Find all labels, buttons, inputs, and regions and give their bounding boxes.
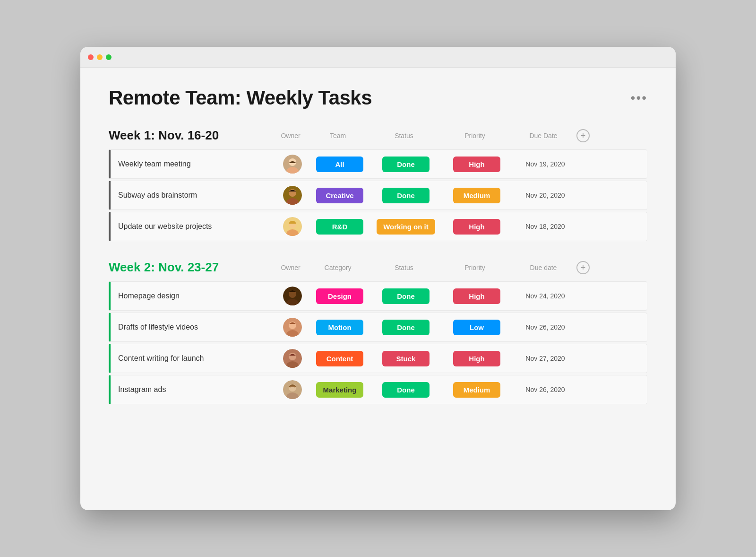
priority-badge: Medium	[453, 382, 500, 398]
cell-team: Creative	[309, 188, 370, 203]
category-badge: Content	[316, 351, 363, 366]
cell-team: All	[309, 157, 370, 172]
col-header-owner-w2: Owner	[274, 264, 307, 271]
cell-priority: High	[441, 288, 512, 304]
col-header-add-w2: +	[576, 261, 593, 274]
more-options-button[interactable]: •••	[631, 90, 647, 105]
cell-priority: High	[441, 157, 512, 172]
col-header-duedate-w2: Due date	[510, 264, 576, 271]
cell-duedate: Nov 26, 2020	[512, 386, 578, 393]
status-badge: Done	[382, 382, 430, 398]
priority-badge: High	[453, 157, 500, 172]
priority-badge: High	[453, 351, 500, 366]
cell-category: Motion	[309, 320, 370, 335]
cell-category: Marketing	[309, 382, 370, 398]
avatar	[283, 186, 302, 205]
task-cells: All Done High Nov 19, 2020	[271, 155, 647, 174]
page-header: Remote Team: Weekly Tasks •••	[109, 87, 647, 109]
titlebar	[80, 47, 676, 68]
week2-section: Week 2: Nov. 23-27 Owner Category Status…	[109, 260, 647, 404]
col-header-status-w1: Status	[369, 132, 439, 139]
cell-status: Done	[370, 288, 441, 304]
cell-priority: High	[441, 351, 512, 366]
cell-duedate: Nov 26, 2020	[512, 323, 578, 331]
svg-point-16	[289, 353, 296, 360]
task-cells: R&D Working on it High Nov 18, 2020	[271, 217, 647, 236]
category-badge: Motion	[316, 320, 363, 335]
cell-owner	[276, 217, 309, 236]
cell-category: Design	[309, 288, 370, 304]
cell-status: Done	[370, 382, 441, 398]
task-name: Homepage design	[111, 292, 271, 300]
team-badge: R&D	[316, 219, 363, 235]
table-row: Weekly team meeting Al	[109, 149, 647, 179]
category-badge: Marketing	[316, 382, 363, 398]
avatar	[283, 380, 302, 399]
table-row: Update our website projects	[109, 212, 647, 241]
cell-duedate: Nov 24, 2020	[512, 292, 578, 300]
cell-status: Working on it	[370, 219, 441, 235]
traffic-lights	[88, 54, 112, 60]
week1-title: Week 1: Nov. 16-20	[109, 128, 269, 143]
cell-priority: Low	[441, 320, 512, 335]
col-header-status-w2: Status	[369, 264, 439, 271]
add-column-w2-button[interactable]: +	[576, 261, 590, 274]
week1-header: Week 1: Nov. 16-20 Owner Team Status Pri…	[109, 128, 647, 143]
team-badge: All	[316, 157, 363, 172]
status-badge: Done	[382, 157, 430, 172]
minimize-dot[interactable]	[97, 54, 103, 60]
task-name: Drafts of lifestyle videos	[111, 323, 271, 331]
cell-status: Done	[370, 157, 441, 172]
avatar	[283, 287, 302, 305]
table-row: Content writing for launch	[109, 344, 647, 373]
priority-badge: High	[453, 219, 500, 235]
avatar	[283, 217, 302, 236]
table-row: Subway ads brainstorm	[109, 181, 647, 210]
priority-badge: High	[453, 288, 500, 304]
avatar	[283, 349, 302, 368]
priority-badge: Medium	[453, 188, 500, 203]
cell-team: R&D	[309, 219, 370, 235]
table-row: Instagram ads	[109, 375, 647, 404]
page-title: Remote Team: Weekly Tasks	[109, 87, 372, 109]
avatar	[283, 318, 302, 337]
main-content: Remote Team: Weekly Tasks ••• Week 1: No…	[80, 68, 676, 447]
table-row: Drafts of lifestyle videos	[109, 313, 647, 342]
status-badge: Stuck	[382, 351, 430, 366]
week1-col-headers: Owner Team Status Priority Due Date +	[269, 129, 647, 142]
cell-duedate: Nov 19, 2020	[512, 160, 578, 168]
close-dot[interactable]	[88, 54, 94, 60]
task-name: Subway ads brainstorm	[111, 191, 271, 200]
task-cells: Motion Done Low Nov 26, 2020	[271, 318, 647, 337]
col-header-priority-w2: Priority	[439, 264, 510, 271]
col-header-duedate-w1: Due Date	[510, 132, 576, 139]
col-header-category-w2: Category	[307, 264, 369, 271]
col-header-team-w1: Team	[307, 132, 369, 139]
cell-priority: High	[441, 219, 512, 235]
maximize-dot[interactable]	[106, 54, 112, 60]
cell-owner	[276, 318, 309, 337]
status-badge: Done	[382, 188, 430, 203]
week2-title: Week 2: Nov. 23-27	[109, 260, 269, 275]
task-name: Update our website projects	[111, 222, 271, 231]
cell-duedate: Nov 18, 2020	[512, 223, 578, 230]
cell-owner	[276, 380, 309, 399]
avatar	[283, 155, 302, 174]
team-badge: Creative	[316, 188, 363, 203]
cell-duedate: Nov 20, 2020	[512, 191, 578, 199]
col-header-add-w1: +	[576, 129, 593, 142]
cell-priority: Medium	[441, 382, 512, 398]
add-column-w1-button[interactable]: +	[576, 129, 590, 142]
week2-col-headers: Owner Category Status Priority Due date …	[269, 261, 647, 274]
cell-duedate: Nov 27, 2020	[512, 355, 578, 362]
priority-badge: Low	[453, 320, 500, 335]
cell-owner	[276, 349, 309, 368]
col-header-owner-w1: Owner	[274, 132, 307, 139]
category-badge: Design	[316, 288, 363, 304]
status-badge: Done	[382, 320, 430, 335]
cell-status: Stuck	[370, 351, 441, 366]
cell-owner	[276, 186, 309, 205]
week1-section: Week 1: Nov. 16-20 Owner Team Status Pri…	[109, 128, 647, 241]
cell-status: Done	[370, 188, 441, 203]
cell-owner	[276, 155, 309, 174]
